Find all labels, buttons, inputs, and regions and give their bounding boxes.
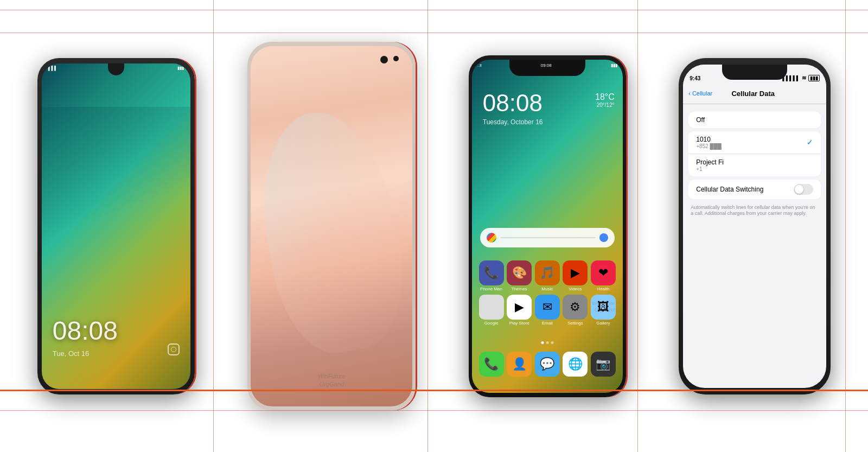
- phone2-punch-hole-main: [380, 56, 388, 63]
- play-store-icon: ▶: [507, 295, 532, 320]
- app-phone-man[interactable]: 📞 Phone Man: [477, 260, 506, 291]
- phone4-nav-bar: ‹ Cellular Cellular Data: [683, 84, 826, 104]
- dock-camera-icon: 📷: [591, 352, 616, 377]
- phone1-battery-indicator: ▮▮▮: [177, 66, 184, 71]
- phone2-watermark2: OrgGand: [320, 381, 344, 387]
- phone4-nav-title: Cellular Data: [712, 90, 794, 98]
- phone4-off-section: Off: [688, 112, 821, 128]
- phone3-signal: ..ll: [477, 63, 482, 68]
- phone4-off-label: Off: [696, 116, 813, 124]
- phone3-watermark: WinFuture: [592, 301, 614, 306]
- app-email[interactable]: ✉ Email: [533, 295, 561, 326]
- phone3-watermark2: OrgGand: [595, 307, 615, 313]
- phone4-switching-toggle[interactable]: [794, 184, 813, 195]
- phone4-checkmark: ✓: [807, 138, 813, 147]
- app-google[interactable]: Google: [477, 295, 506, 326]
- videos-icon: ▶: [563, 260, 588, 285]
- dot-1: [541, 341, 544, 344]
- phone3-status-bar: ..ll 09:08 ▮▮▮: [477, 63, 617, 68]
- dot-2: [546, 341, 548, 344]
- phone2-container: WinFuture OrgGand: [247, 15, 416, 438]
- phone-man-label: Phone Man: [480, 287, 502, 291]
- app-settings[interactable]: ⚙ Settings: [561, 295, 590, 326]
- phone4-battery-icon: ▮▮▮: [808, 75, 820, 81]
- phone2-frame: WinFuture OrgGand: [247, 42, 416, 411]
- phone2-punch-hole-secondary: [393, 56, 399, 61]
- phone3-temp: 18°C: [595, 92, 615, 102]
- phone4-notch: [722, 65, 787, 80]
- dot-3: [551, 341, 553, 344]
- dock-camera[interactable]: 📷: [589, 352, 617, 377]
- phone4-switching-label: Cellular Data Switching: [696, 186, 763, 193]
- phone4-content: Off 1010 +852 ███ ✓ Proj: [683, 104, 826, 226]
- phone4-1010-row[interactable]: 1010 +852 ███ ✓: [688, 131, 821, 154]
- phone3-dock: 📞 👤 💬 🌐 📷: [477, 352, 617, 377]
- phone4-status-icons: ▌▌▌▌▌ ≋ ▮▮▮: [782, 75, 820, 81]
- page-wrapper: ▌▌▌ ▮▮▮ 08:08 Tue, Oct 16: [0, 0, 868, 452]
- app-videos[interactable]: ▶ Videos: [561, 260, 590, 291]
- phone3-screen: ..ll 09:08 ▮▮▮ 08:08 Tuesday, October 16…: [472, 60, 623, 393]
- page-dots: [541, 341, 553, 344]
- phone4-switching-row[interactable]: Cellular Data Switching: [688, 180, 821, 199]
- phone4-switching-section: Cellular Data Switching: [688, 180, 821, 199]
- phone1-screen: ▌▌▌ ▮▮▮ 08:08 Tue, Oct 16: [42, 63, 190, 389]
- mic-icon: [599, 233, 608, 242]
- themes-label: Themes: [512, 287, 527, 291]
- health-label: Health: [597, 287, 609, 291]
- phone-man-icon: 📞: [479, 260, 504, 285]
- phone1-camera-icon: [168, 343, 180, 355]
- health-icon: ❤: [591, 260, 616, 285]
- phone4-back-button[interactable]: ‹ Cellular: [688, 90, 712, 97]
- phone3-date-display: Tuesday, October 16: [483, 118, 543, 126]
- phone4-back-label: Cellular: [692, 90, 712, 97]
- phone3-status-time: 09:08: [541, 63, 552, 68]
- phone4-signal-icon: ▌▌▌▌▌: [782, 75, 800, 81]
- app-health[interactable]: ❤ Health: [589, 260, 617, 291]
- phone3-battery: ▮▮▮: [611, 63, 617, 68]
- search-input-visual: [501, 237, 595, 238]
- play-store-label: Play Store: [509, 321, 529, 326]
- dock-messages-icon: 💬: [535, 352, 560, 377]
- phone4-projectfi-row[interactable]: Project Fi +1: [688, 154, 821, 176]
- email-icon: ✉: [535, 295, 560, 320]
- phone2-watermark: WinFuture: [318, 373, 346, 379]
- dock-contacts[interactable]: 👤: [505, 352, 533, 377]
- app-themes[interactable]: 🎨 Themes: [505, 260, 533, 291]
- phone4-1010-info: 1010 +852 ███: [696, 136, 722, 149]
- music-icon: 🎵: [535, 260, 560, 285]
- google-icon: [479, 295, 504, 320]
- google-label: Google: [484, 321, 499, 326]
- gallery-label: Gallery: [596, 321, 610, 326]
- app-play-store[interactable]: ▶ Play Store: [505, 295, 533, 326]
- dock-phone-icon: 📞: [479, 352, 504, 377]
- phone4-off-row[interactable]: Off: [688, 112, 821, 128]
- phone3-container: ..ll 09:08 ▮▮▮ 08:08 Tuesday, October 16…: [469, 15, 626, 438]
- phone3-frame: ..ll 09:08 ▮▮▮ 08:08 Tuesday, October 16…: [469, 55, 626, 397]
- music-label: Music: [541, 287, 553, 291]
- google-g-icon: [487, 233, 496, 243]
- phone1-notch: [108, 63, 124, 75]
- phone4-sims-section: 1010 +852 ███ ✓ Project Fi +1: [688, 131, 821, 176]
- settings-icon: ⚙: [563, 295, 588, 320]
- phone3-weather: 18°C 20°/12°: [595, 92, 615, 108]
- dock-messages[interactable]: 💬: [533, 352, 561, 377]
- phone4-frame: 9:43 ▌▌▌▌▌ ≋ ▮▮▮ ‹ Cellular Cellular Dat…: [679, 58, 831, 394]
- phone2-screen: WinFuture OrgGand: [251, 46, 412, 406]
- phone4-screen: 9:43 ▌▌▌▌▌ ≋ ▮▮▮ ‹ Cellular Cellular Dat…: [683, 65, 826, 388]
- dock-phone[interactable]: 📞: [477, 352, 506, 377]
- app-row-1: 📞 Phone Man 🎨 Themes 🎵 Music ▶: [477, 260, 617, 291]
- phone3-app-grid: 📞 Phone Man 🎨 Themes 🎵 Music ▶: [477, 260, 617, 329]
- phone3-time-display: 08:08: [483, 90, 542, 117]
- email-label: Email: [542, 321, 553, 326]
- dock-chrome[interactable]: 🌐: [561, 352, 590, 377]
- phone4-1010-title: 1010: [696, 136, 722, 143]
- phone3-search-bar[interactable]: [480, 228, 615, 247]
- app-music[interactable]: 🎵 Music: [533, 260, 561, 291]
- phone1-date-display: Tue, Oct 16: [53, 349, 89, 358]
- phone4-1010-sub: +852 ███: [696, 143, 722, 149]
- phone1-frame: ▌▌▌ ▮▮▮ 08:08 Tue, Oct 16: [37, 58, 195, 394]
- phone4-back-chevron: ‹: [688, 90, 691, 97]
- phone3-temp-range: 20°/12°: [595, 102, 615, 108]
- dock-chrome-icon: 🌐: [563, 352, 588, 377]
- phone1-signal: ▌▌▌: [48, 66, 58, 71]
